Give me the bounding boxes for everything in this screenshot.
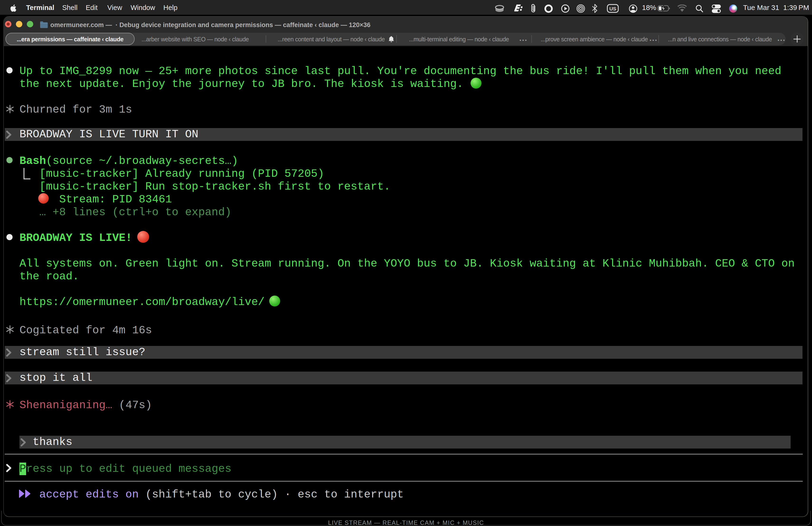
svg-text:US: US <box>609 6 616 11</box>
